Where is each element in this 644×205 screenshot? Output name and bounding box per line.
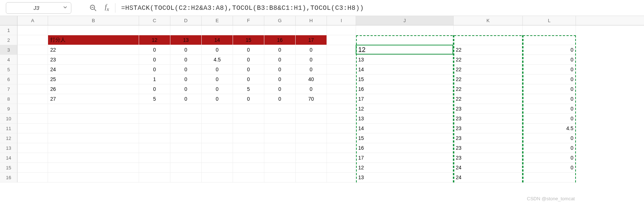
cell-k6[interactable]: 22 [454,75,523,84]
cell-c11[interactable] [139,124,170,133]
cell-g1[interactable] [264,25,296,35]
cell-k5[interactable]: 22 [454,65,523,75]
cell-g9[interactable] [264,104,296,114]
row-header-12[interactable]: 12 [0,133,17,143]
cell-j13[interactable]: 16 [356,143,454,153]
cell-a10[interactable] [17,114,48,124]
cell-a2[interactable] [17,35,48,45]
cell-h7[interactable]: 0 [296,84,327,94]
column-header-k[interactable]: K [454,16,523,25]
cell-l9[interactable]: 0 [523,104,576,114]
cell-c8[interactable]: 5 [139,94,170,104]
cell-k10[interactable]: 23 [454,114,523,124]
column-header-l[interactable]: L [523,16,576,25]
cell-j14[interactable]: 17 [356,153,454,163]
cell-l6[interactable]: 0 [523,75,576,84]
cell-h12[interactable] [296,133,327,143]
cell-g16[interactable] [264,173,296,182]
cell-k13[interactable]: 23 [454,143,523,153]
cell-b10[interactable] [48,114,139,124]
cell-d13[interactable] [170,143,202,153]
cell-g14[interactable] [264,153,296,163]
cell-h10[interactable] [296,114,327,124]
column-header-e[interactable]: E [202,16,233,25]
cell-a11[interactable] [17,124,48,133]
cell-g10[interactable] [264,114,296,124]
cell-a8[interactable] [17,94,48,104]
cell-j10[interactable]: 13 [356,114,454,124]
cell-f13[interactable] [233,143,264,153]
cell-i15[interactable] [327,163,356,173]
cell-b9[interactable] [48,104,139,114]
formula-bar-input[interactable]: =HSTACK(TOCOL(C2:H2&A3:A8),TOCOL(B3:B8&C… [121,4,364,12]
cell-k7[interactable]: 22 [454,84,523,94]
cell-b2[interactable]: 打分人 [48,35,139,45]
cell-f8[interactable]: 0 [233,94,264,104]
cell-h13[interactable] [296,143,327,153]
column-header-j[interactable]: J [356,16,454,25]
cell-e5[interactable]: 0 [202,65,233,75]
cell-k15[interactable]: 24 [454,163,523,173]
cell-l7[interactable]: 0 [523,84,576,94]
cell-c13[interactable] [139,143,170,153]
cell-l14[interactable]: 0 [523,153,576,163]
cell-f10[interactable] [233,114,264,124]
fx-icon[interactable]: fx [105,3,109,12]
cell-b15[interactable] [48,163,139,173]
cell-b12[interactable] [48,133,139,143]
cell-e14[interactable] [202,153,233,163]
cell-i2[interactable] [327,35,356,45]
cell-c5[interactable]: 0 [139,65,170,75]
cell-l11[interactable]: 4.5 [523,124,576,133]
cell-h11[interactable] [296,124,327,133]
cell-d6[interactable]: 0 [170,75,202,84]
cell-d7[interactable]: 0 [170,84,202,94]
cell-b13[interactable] [48,143,139,153]
cell-a4[interactable] [17,55,48,65]
cell-b3[interactable]: 22 [48,45,139,55]
cell-i13[interactable] [327,143,356,153]
name-box[interactable]: J3 [6,2,71,14]
chevron-down-icon[interactable] [63,5,67,11]
cell-e8[interactable]: 0 [202,94,233,104]
cell-i10[interactable] [327,114,356,124]
cell-k4[interactable]: 22 [454,55,523,65]
cell-d1[interactable] [170,25,202,35]
cell-h2[interactable]: 17 [296,35,327,45]
cell-b1[interactable] [48,25,139,35]
row-header-2[interactable]: 2 [0,35,17,45]
cell-g7[interactable]: 0 [264,84,296,94]
zoom-out-icon[interactable] [89,4,98,12]
cell-l5[interactable]: 0 [523,65,576,75]
select-all-corner[interactable] [0,16,17,25]
cell-l15[interactable]: 0 [523,163,576,173]
column-header-h[interactable]: H [296,16,327,25]
cell-f16[interactable] [233,173,264,182]
cell-l12[interactable]: 0 [523,133,576,143]
cell-l8[interactable]: 0 [523,94,576,104]
cell-b16[interactable] [48,173,139,182]
row-header-10[interactable]: 10 [0,114,17,124]
cell-k9[interactable]: 23 [454,104,523,114]
column-header-a[interactable]: A [17,16,48,25]
cell-c10[interactable] [139,114,170,124]
cell-f5[interactable]: 0 [233,65,264,75]
row-header-3[interactable]: 3 [0,45,17,55]
cell-k2[interactable] [454,35,523,45]
cell-e11[interactable] [202,124,233,133]
cell-h1[interactable] [296,25,327,35]
cell-h9[interactable] [296,104,327,114]
cell-f14[interactable] [233,153,264,163]
cell-g11[interactable] [264,124,296,133]
cell-h8[interactable]: 70 [296,94,327,104]
cell-f3[interactable]: 0 [233,45,264,55]
row-header-5[interactable]: 5 [0,65,17,75]
row-header-15[interactable]: 15 [0,163,17,173]
cell-d15[interactable] [170,163,202,173]
cell-f11[interactable] [233,124,264,133]
cell-g8[interactable]: 0 [264,94,296,104]
cell-f1[interactable] [233,25,264,35]
row-header-4[interactable]: 4 [0,55,17,65]
cell-c9[interactable] [139,104,170,114]
cell-l13[interactable]: 0 [523,143,576,153]
